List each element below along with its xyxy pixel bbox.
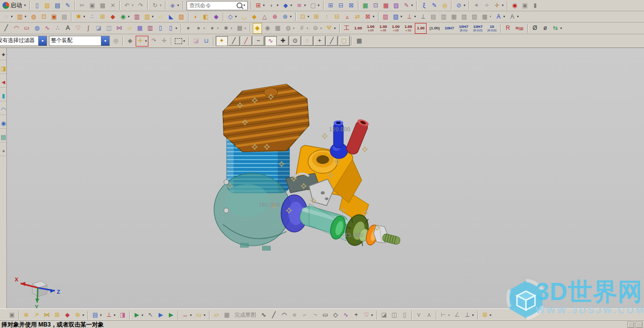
shell[interactable]: ▣ <box>49 11 59 22</box>
select-verify[interactable]: ↖ <box>146 310 155 321</box>
sketch-new[interactable]: ▱ <box>212 310 221 321</box>
background-style[interactable]: ▢▼ <box>309 0 321 11</box>
spline-xyz[interactable]: ∿ <box>43 23 52 34</box>
fit-2[interactable]: 10H7[8.01] <box>457 23 470 34</box>
snap-quadrant[interactable]: ◌ <box>301 36 313 46</box>
pause-movie[interactable]: ▣ <box>520 0 529 11</box>
ruler-tool[interactable]: ▭▼ <box>194 310 207 321</box>
mach-tool-5[interactable]: ▨ <box>470 11 479 22</box>
fit-1[interactable]: 10H7 <box>443 23 456 34</box>
selection-scope-arrow-icon[interactable]: ▼ <box>101 36 109 46</box>
offset-curve[interactable]: ▯ <box>400 310 409 321</box>
rendering-style[interactable]: ≋▼ <box>295 0 308 11</box>
chamfer-corner[interactable]: ¬ <box>310 310 320 321</box>
ruler-tool-dropdown-icon[interactable]: ▼ <box>203 314 206 317</box>
engine-model[interactable] <box>213 77 409 254</box>
curve-on-surface[interactable]: ∫ <box>84 23 93 34</box>
datum-plane[interactable]: ▱▼ <box>1 11 14 22</box>
snap-face[interactable]: ▢ <box>338 36 350 46</box>
fit-3[interactable]: 10H7[8.015] <box>471 23 484 34</box>
constraint-navigator-dropdown-icon[interactable]: ▼ <box>113 314 116 317</box>
start-menu-dropdown-icon[interactable]: ▼ <box>24 4 26 7</box>
window-cascade[interactable]: ⊟ <box>336 0 346 11</box>
move-component[interactable]: ⊡▼ <box>298 11 311 22</box>
rapid-dimension-dropdown-icon[interactable]: ▼ <box>448 314 451 317</box>
cylinder-head-part[interactable] <box>217 80 313 152</box>
snap-midpoint[interactable]: ╱ <box>240 36 252 46</box>
shaded-display-dropdown-icon[interactable]: ▼ <box>276 4 279 7</box>
rendering-style-dropdown-icon[interactable]: ▼ <box>304 4 307 7</box>
datum-axis[interactable]: ⊥▼ <box>405 11 418 22</box>
wcs-dynamics-dropdown-icon[interactable]: ▼ <box>289 15 292 18</box>
touch-mode[interactable]: ◈▼ <box>168 0 181 11</box>
revolve[interactable]: ◗ <box>191 11 200 22</box>
record-movie[interactable]: ◉ <box>510 0 519 11</box>
barrel-tool[interactable]: ⊖▼ <box>311 23 324 34</box>
structure-tree[interactable]: ∴ <box>88 11 97 22</box>
background-style-dropdown-icon[interactable]: ▼ <box>317 4 320 7</box>
move-tool[interactable]: ✛ <box>160 36 169 47</box>
assembly-rings-dropdown-icon[interactable]: ▼ <box>82 314 85 317</box>
remove-component[interactable]: ⊠▼ <box>363 11 376 22</box>
move-component-dropdown-icon[interactable]: ▼ <box>307 15 310 18</box>
history-tab[interactable]: ▤ <box>0 132 7 142</box>
tolerance-2[interactable]: 1.00±.05 <box>365 23 377 34</box>
sketch-dims-dropdown-icon[interactable]: ▼ <box>190 314 192 317</box>
render-sphere[interactable]: ● <box>184 23 193 34</box>
studio-spline[interactable]: ∿ <box>341 310 351 321</box>
sheet-body[interactable]: ▱ <box>125 23 134 34</box>
quick-extend[interactable]: ⋏ <box>425 310 434 321</box>
mach-tool-4[interactable]: ▧ <box>459 11 469 22</box>
tube-2[interactable]: ▯▼ <box>166 23 179 34</box>
snap-existing-point[interactable]: + <box>313 36 326 46</box>
selection-filter-arrow-icon[interactable]: ▼ <box>38 36 47 46</box>
snap-center[interactable]: ⊙ <box>289 36 301 46</box>
assembly-navigator-dropdown-icon[interactable]: ▼ <box>99 314 102 317</box>
deformable-part[interactable]: ◉▼ <box>119 11 131 22</box>
fit-view-dropdown-icon[interactable]: ▼ <box>262 4 265 7</box>
mesh-check[interactable]: ▨ <box>392 0 401 11</box>
extrude[interactable]: ▥▼ <box>15 11 28 22</box>
constraint-navigator[interactable]: ⊥▼ <box>104 310 117 321</box>
unite[interactable]: ✱▼ <box>74 11 87 22</box>
start-menu[interactable]: 启动▼ <box>1 0 27 11</box>
snap-intersection[interactable]: ✚ <box>277 36 289 46</box>
mirror-assembly[interactable]: ◆ <box>108 11 118 22</box>
touch-mode-dropdown-icon[interactable]: ▼ <box>177 4 180 7</box>
text-curve[interactable]: A <box>63 23 72 34</box>
replace-component[interactable]: ⊟ <box>333 11 342 22</box>
snap-table[interactable]: ▦ <box>355 36 364 47</box>
paste[interactable]: ▦ <box>98 0 107 11</box>
project-curve[interactable]: ◪ <box>380 310 389 321</box>
assembly-open[interactable]: ↗ <box>32 310 41 321</box>
note-text[interactable]: A▼ <box>507 11 520 22</box>
ring-tool[interactable]: ◎ <box>440 0 449 11</box>
wedge[interactable]: ◣ <box>167 11 176 22</box>
frame-tool-dropdown-icon[interactable]: ▼ <box>306 27 309 30</box>
mach-tool-6[interactable]: ▩▼ <box>480 11 493 22</box>
plane-tool-1[interactable]: ◪ <box>94 23 103 34</box>
sequence[interactable]: ▥ <box>132 11 142 22</box>
texture-tool-dropdown-icon[interactable]: ▼ <box>230 27 233 30</box>
mach-tool-3[interactable]: ▦ <box>449 11 458 22</box>
dim-style[interactable]: 工 <box>342 23 352 34</box>
snap-spline-point[interactable]: ∿ <box>264 36 277 46</box>
sketch-polygon[interactable]: ◇ <box>331 310 340 321</box>
rectangle[interactable]: ▭ <box>22 23 31 34</box>
snap-handle[interactable]: ◆ <box>125 36 135 47</box>
show-box[interactable]: ⊔ <box>202 36 211 47</box>
view-orient[interactable]: ◆▼ <box>281 0 294 11</box>
sphere-wire[interactable]: ⊕ <box>270 11 280 22</box>
sketch-tools[interactable]: ✎▼ <box>402 0 415 11</box>
command-finder[interactable]: ▼ <box>187 1 248 10</box>
new-component[interactable]: ↑ <box>322 11 332 22</box>
wrench-tool[interactable]: Ψ▼ <box>325 23 337 34</box>
hatch-circle[interactable]: ◍▼ <box>284 23 296 34</box>
point-set[interactable]: ∴ <box>53 23 62 34</box>
constraint-tab[interactable]: ◨ <box>0 63 7 74</box>
section-paint[interactable]: ▨ <box>381 11 390 22</box>
hatch-circle-dropdown-icon[interactable]: ▼ <box>292 27 295 30</box>
command-finder[interactable] <box>189 2 236 9</box>
selection-scope[interactable]: 整个装配▼ <box>49 36 110 46</box>
new-block[interactable]: ▧▼ <box>391 11 404 22</box>
